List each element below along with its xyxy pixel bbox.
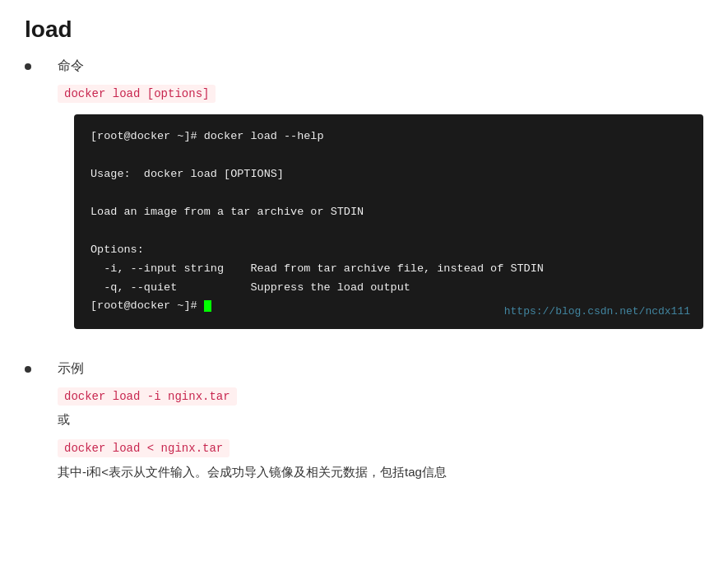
terminal-line-8: -i, --input string Read from tar archive… [90,260,687,279]
example-label: 示例 [58,361,84,375]
terminal-block: [root@docker ~]# docker load --help Usag… [74,114,703,329]
example-description: 其中-i和<表示从文件输入。会成功导入镜像及相关元数据，包括tag信息 [58,462,703,482]
example-code-1: docker load -i nginx.tar [58,387,237,406]
bullet-dot-2 [25,366,31,373]
command-section: 命令 docker load [options] [root@docker ~]… [25,58,703,344]
terminal-line-7: Options: [90,241,687,260]
example-section: 示例 docker load -i nginx.tar 或 docker loa… [25,360,703,482]
example-code-2: docker load < nginx.tar [58,439,230,457]
command-code: docker load [options] [58,85,216,103]
terminal-line-6 [90,222,687,241]
or-text: 或 [58,412,703,428]
terminal-line-2 [90,146,687,165]
terminal-cursor [204,300,211,312]
terminal-line-1: [root@docker ~]# docker load --help [90,128,687,146]
command-label: 命令 [58,58,84,72]
bullet-dot [25,63,31,70]
terminal-watermark: https://blog.csdn.net/ncdx111 [504,303,690,321]
page-title: load [25,16,703,43]
terminal-line-3: Usage: docker load [OPTIONS] [90,165,687,184]
terminal-line-4 [90,184,687,203]
terminal-line-5: Load an image from a tar archive or STDI… [90,203,687,222]
terminal-line-9: -q, --quiet Suppress the load output [90,279,687,298]
